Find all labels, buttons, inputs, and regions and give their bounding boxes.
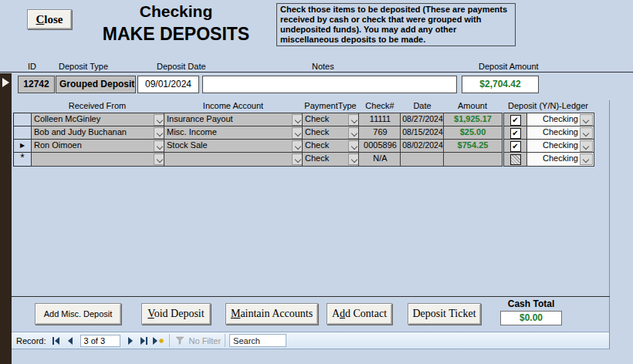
dropdown-icon[interactable]	[580, 114, 593, 126]
add-misc-deposit-button[interactable]: Add Misc. Deposit	[35, 303, 121, 325]
table-row: ▶ Ron Oimoen Stock Sale Check 0005896 08…	[12, 139, 610, 152]
income-account-cell[interactable]	[164, 152, 306, 167]
date-header: Date	[401, 101, 443, 113]
table-row: Colleen McGinley Insurance Payout Check …	[12, 113, 610, 126]
notes-field[interactable]	[202, 76, 457, 93]
id-label: ID	[28, 62, 36, 71]
dropdown-icon[interactable]	[580, 140, 593, 152]
deposit-type-field: Grouped Deposit	[56, 76, 136, 93]
new-record-icon[interactable]	[152, 335, 164, 347]
search-input[interactable]	[229, 334, 286, 347]
deposit-checkbox-cell[interactable]	[503, 152, 527, 167]
amount-cell[interactable]	[443, 152, 503, 167]
form-title-main: MAKE DEPOSITS	[52, 24, 300, 45]
form-title-account: Checking	[52, 2, 300, 21]
filter-icon[interactable]	[174, 335, 187, 347]
table-row-new: * Check N/A Checking	[12, 152, 610, 165]
last-record-icon[interactable]	[138, 335, 151, 347]
deposit-ticket-button[interactable]: Deposit Ticket	[408, 303, 481, 325]
record-nav-label: Record:	[16, 336, 46, 345]
footer-divider	[12, 296, 610, 297]
received-from-cell[interactable]	[31, 152, 168, 167]
row-selector-new[interactable]: *	[13, 152, 32, 167]
deposit-checkbox[interactable]	[510, 115, 521, 126]
next-record-icon[interactable]	[124, 335, 137, 347]
record-selector-arrow-icon	[2, 78, 9, 87]
nav-divider	[169, 334, 170, 347]
check-number-cell[interactable]: N/A	[358, 152, 402, 167]
amount-header: Amount	[445, 101, 500, 113]
maintain-accounts-button[interactable]: Maintain Accounts	[225, 303, 318, 325]
payment-type-cell[interactable]: Check	[302, 152, 363, 167]
dropdown-icon[interactable]	[580, 153, 593, 165]
ledger-cell[interactable]: Checking	[526, 152, 594, 167]
deposit-date-field[interactable]: 09/01/2024	[137, 76, 199, 93]
nav-divider	[225, 334, 225, 347]
cash-total-label: Cash Total	[500, 298, 562, 309]
check-number-header: Check#	[360, 101, 400, 113]
deposit-amount-field[interactable]: $2,704.42	[462, 76, 539, 93]
previous-record-icon[interactable]	[64, 335, 76, 347]
income-account-header: Income Account	[164, 101, 302, 113]
deposit-type-label: Deposit Type	[59, 62, 108, 71]
id-field: 12742	[18, 76, 55, 93]
received-from-header: Received From	[31, 101, 164, 113]
add-contact-button[interactable]: Add Contact	[327, 303, 392, 325]
notes-label: Notes	[312, 62, 334, 71]
header-divider	[0, 72, 633, 72]
dropdown-icon[interactable]	[580, 127, 593, 139]
record-selector-strip[interactable]	[0, 73, 12, 364]
date-cell[interactable]	[400, 152, 445, 167]
deposit-amount-label: Deposit Amount	[479, 62, 539, 71]
instructions-box: Check those items to be deposited (These…	[276, 3, 516, 46]
record-position-box[interactable]: 3 of 3	[80, 335, 120, 347]
deposit-checkbox[interactable]	[510, 128, 521, 139]
deposit-ledger-header: Deposit (Y/N)-Ledger	[503, 101, 593, 113]
record-navigation-bar: Record: 3 of 3 No Filter	[12, 332, 610, 349]
no-filter-label[interactable]: No Filter	[189, 336, 222, 345]
first-record-icon[interactable]	[50, 335, 63, 347]
deposit-date-label: Deposit Date	[157, 62, 206, 71]
deposit-checkbox[interactable]	[510, 141, 521, 152]
deposit-checkbox[interactable]	[510, 154, 521, 165]
make-deposits-form: Close Checking MAKE DEPOSITS Check those…	[0, 0, 633, 364]
cash-total-field[interactable]: $0.00	[500, 311, 562, 325]
void-deposit-button[interactable]: Void Deposit	[141, 303, 211, 325]
payment-type-header: PaymentType	[303, 101, 358, 113]
table-row: Bob and Judy Buchanan Misc. Income Check…	[12, 126, 610, 139]
